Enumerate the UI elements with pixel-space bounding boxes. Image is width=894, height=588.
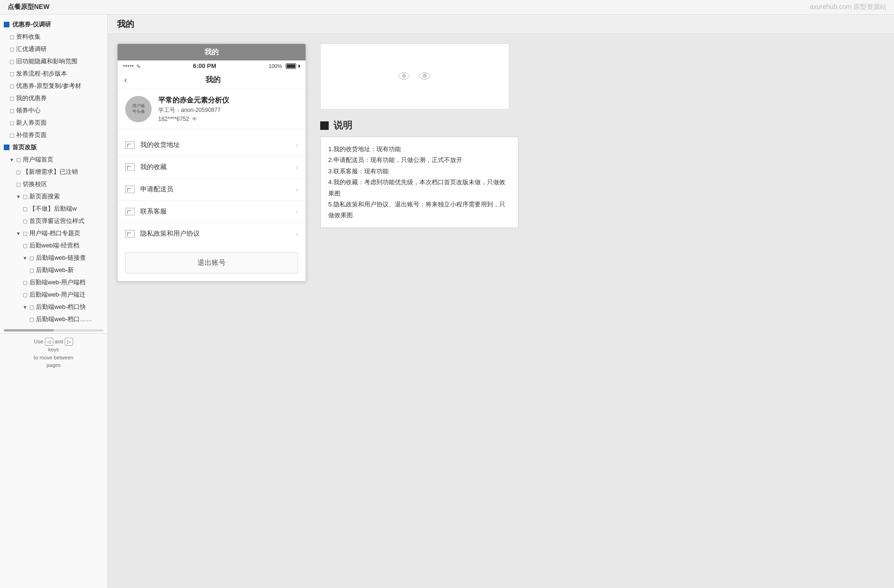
profile-info: 平常的赤金元素分析仪 学工号：anon-20590877 182****6752… [158,96,229,122]
app-title: 点餐原型NEW [8,3,50,11]
menu-envelope-icon [125,186,135,193]
menu-item-privacy[interactable]: 隐私政策和用户协议 › [118,223,306,245]
explanation-item-5: 5.隐私政策和用户协议、退出账号：将来独立小程序需要用到，只做效果图 [328,199,511,221]
sidebar-item-yhyxf[interactable]: ▢ 优惠券-原型复制/参考材 [0,80,107,92]
logout-button[interactable]: 退出账号 [125,252,298,273]
menu-item-collection[interactable]: 我的收藏 › [118,156,306,179]
sidebar-item-yhdzk[interactable]: ▼ ▢ 用户端-档口专题页 [0,227,107,239]
explanation-item-2: 2.申请配送员：现有功能，只做公测，正式不放开 [328,154,511,165]
sidebar-item-hqweb-yhd[interactable]: ▢ 后勤端web-用户端档 [0,276,107,289]
sidebar-item-lqzx[interactable]: ▢ 领券中心 [0,104,107,117]
page-icon: ▢ [9,95,14,102]
sidebar-item-zjxq[interactable]: ▢ 【新增需求】已注销 [0,166,107,178]
sidebar-item-hqweb-yhd2[interactable]: ▢ 后勤端web-用户端迁 [0,289,107,301]
menu-arrow-icon: › [296,163,298,171]
sidebar-item-zl[interactable]: ▢ 资料收集 [0,31,107,43]
phone-nav-bar: ‹ 我的 [118,71,306,89]
sidebar-footer: Use ◁ and ▷ keys to move between pages [0,333,107,373]
menu-arrow-icon: › [296,141,298,149]
page-title: 我的 [117,19,134,29]
page-icon: ▢ [23,206,27,212]
eye-right-icon: 👁 [418,69,432,85]
explanation-title-text: 说明 [333,119,352,132]
menu-arrow-icon: › [296,230,298,238]
battery-tip [298,65,300,68]
expand-icon [4,145,9,150]
menu-label-delivery: 申请配送员 [140,185,296,194]
avatar: 用户账 号头像 [125,96,152,122]
sidebar-item-yhdsy[interactable]: ▼ ▢ 用户端首页 [0,153,107,166]
phone-status-bar: ••••• ∿ 6:00 PM 100% [118,60,306,71]
page-icon: ▢ [23,280,27,286]
sidebar-section-syg[interactable]: 首页改版 [0,141,107,153]
sidebar-item-jg[interactable]: ▢ 旧功能隐藏和影响范围 [0,55,107,68]
sidebar-item-hqweb-kk[interactable]: ▼ ▢ 后勤端web-档口快 [0,301,107,313]
page-icon: ▢ [29,255,34,261]
sidebar-item-hqweb-xf[interactable]: ▢ 后勤端web-新 [0,264,107,276]
wifi-icon: ∿ [136,63,141,69]
sidebar-item-bpq[interactable]: ▢ 补偿券页面 [0,129,107,141]
menu-arrow-icon: › [296,186,298,193]
sidebar-item-bdh[interactable]: ▢ 【不做】后勤端w [0,203,107,215]
right-key-box[interactable]: ▷ [65,338,73,346]
signal-dots: ••••• [123,63,134,68]
explanation-title: 说明 [320,119,519,132]
content-area: 我的 我的 ••••• ∿ 6:00 PM [108,15,894,588]
left-key-box[interactable]: ◁ [45,338,53,346]
sidebar-item-hqweb-lj[interactable]: ▼ ▢ 后勤端web-链接查 [0,252,107,264]
folder-arrow-icon: ▼ [16,231,21,236]
status-right: 100% [269,63,300,69]
sidebar-item-qhxq[interactable]: ▢ 切换校区 [0,178,107,190]
sidebar-item-fp[interactable]: ▢ 发券流程-初步版本 [0,68,107,80]
profile-id: 学工号：anon-20590877 [158,106,229,114]
explanation-box: 1.我的收货地址：现有功能 2.申请配送员：现有功能，只做公测，正式不放开 3.… [320,136,519,228]
page-icon: ▢ [23,243,27,249]
page-icon: ▢ [9,108,14,114]
battery-pct: 100% [269,63,282,69]
phone-header-bar: 我的 [118,44,306,60]
menu-item-delivery[interactable]: 申请配送员 › [118,179,306,201]
main-layout: 优惠券-仅调研 ▢ 资料收集 ▢ 汇优通调研 ▢ 旧功能隐藏和影响范围 ▢ 发券… [0,15,894,588]
folder-arrow-icon: ▼ [23,305,27,310]
page-icon: ▢ [9,120,14,126]
sidebar-item-hqweb-dk[interactable]: ▢ 后勤端web-档口…… [0,313,107,325]
black-square-icon [320,121,329,130]
sidebar-item-xys[interactable]: ▼ ▢ 新页面搜索 [0,190,107,203]
page-icon: ▢ [9,59,14,65]
explanation-section: 说明 1.我的收货地址：现有功能 2.申请配送员：现有功能，只做公测，正式不放开… [320,119,519,228]
eye-left-icon: 👁 [398,69,411,85]
sidebar: 优惠券-仅调研 ▢ 资料收集 ▢ 汇优通调研 ▢ 旧功能隐藏和影响范围 ▢ 发券… [0,15,108,588]
sidebar-item-hqweb-jy[interactable]: ▢ 后勤web端-经营档 [0,239,107,252]
page-icon: ▢ [9,132,14,138]
status-left: ••••• ∿ [123,63,141,69]
eye-icon[interactable]: 👁 [192,116,197,122]
phone-profile: 用户账 号头像 平常的赤金元素分析仪 学工号：anon-20590877 182… [118,89,306,129]
header: 点餐原型NEW axurehub.com 原型资源站 [0,0,894,15]
menu-list: 我的收货地址 › 我的收藏 › 申请配送员 › [118,134,306,245]
content-inner: 我的 ••••• ∿ 6:00 PM 100% [108,34,894,588]
menu-item-address[interactable]: 我的收货地址 › [118,134,306,156]
page-title-bar: 我的 [108,15,894,34]
menu-item-service[interactable]: 联系客服 › [118,201,306,223]
nav-title: 我的 [127,75,299,85]
page-icon: ▢ [29,304,34,310]
sidebar-item-xrq[interactable]: ▢ 新人券页面 [0,117,107,129]
sidebar-h-scrollbar[interactable] [4,329,103,332]
eye-pair: 👁 👁 [398,69,432,85]
folder-arrow-icon: ▼ [16,194,21,199]
menu-envelope-icon [125,163,135,171]
profile-name: 平常的赤金元素分析仪 [158,96,229,105]
page-icon: ▢ [29,267,34,273]
phone-mockup: 我的 ••••• ∿ 6:00 PM 100% [117,43,306,579]
sidebar-item-sytc[interactable]: ▢ 首页弹窗运营位样式 [0,215,107,227]
phone-frame: 我的 ••••• ∿ 6:00 PM 100% [117,43,306,281]
page-icon: ▢ [23,218,27,224]
sidebar-item-wdyhq[interactable]: ▢ 我的优惠券 [0,92,107,104]
menu-label-collection: 我的收藏 [140,163,296,171]
folder-arrow-icon: ▼ [9,157,14,162]
page-icon: ▢ [23,230,27,237]
sidebar-section-yh[interactable]: 优惠券-仅调研 [0,18,107,31]
explanation-item-3: 3.联系客服：现有功能 [328,166,511,177]
menu-label-address: 我的收货地址 [140,141,296,149]
sidebar-item-hy[interactable]: ▢ 汇优通调研 [0,43,107,55]
